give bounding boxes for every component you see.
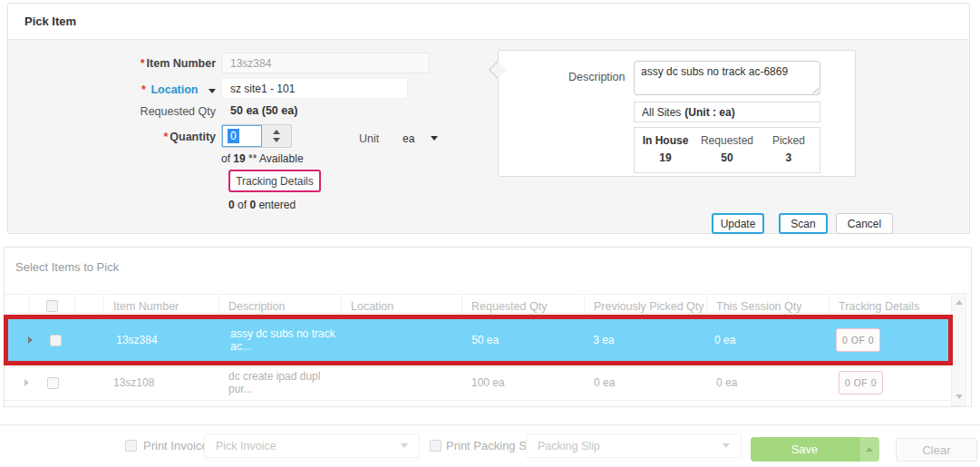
stepper-arrows[interactable] <box>262 125 291 147</box>
callout-arrow-icon <box>489 61 507 79</box>
required-asterisk: * <box>163 131 168 143</box>
stepper-down-icon[interactable] <box>273 138 280 142</box>
save-button[interactable]: Save <box>751 437 859 462</box>
scroll-down-icon[interactable] <box>956 394 963 399</box>
cell-tracking: 0 OF 0 <box>827 328 948 352</box>
chevron-down-icon[interactable] <box>723 443 730 448</box>
invoice-select-value: Pick Invoice <box>216 440 277 452</box>
chevron-down-icon[interactable] <box>431 136 438 141</box>
available-text: of 19 ** Available <box>221 152 304 165</box>
chevron-down-icon[interactable] <box>209 89 216 93</box>
requested-header: Requested <box>696 134 758 147</box>
cell-this-session-qty: 0 ea <box>707 376 830 389</box>
select-all-checkbox[interactable] <box>46 300 58 312</box>
table-scrollbar[interactable] <box>951 293 966 406</box>
item-number-field[interactable]: 13sz384 <box>221 53 430 73</box>
description-field-wrap: assy dc subs no track ac-6869 <box>634 61 820 95</box>
row-select[interactable] <box>34 335 79 346</box>
location-field[interactable]: sz site1 - 101 <box>221 78 408 99</box>
stats-header-row: In House Requested Picked <box>635 134 820 147</box>
chevron-up-icon[interactable] <box>866 447 873 452</box>
cell-this-session-qty: 0 ea <box>705 334 827 346</box>
save-options-toggle[interactable] <box>859 437 879 462</box>
print-packing-slip-label: Print Packing Slip <box>446 439 539 452</box>
row-tracking-button[interactable]: 0 OF 0 <box>839 371 883 394</box>
cell-tracking: 0 OF 0 <box>830 371 952 394</box>
stepper-up-icon[interactable] <box>273 130 280 134</box>
item-details-panel: Description assy dc subs no track ac-686… <box>498 50 856 177</box>
description-label: Description <box>568 71 626 83</box>
pick-item-card: Pick Item *Item Number 13sz384 * Locatio… <box>7 3 970 234</box>
required-asterisk: * <box>141 83 146 96</box>
cell-requested-qty: 100 ea <box>462 376 585 389</box>
all-sites-header: All Sites (Unit : ea) <box>634 102 820 122</box>
in-house-header: In House <box>635 134 696 147</box>
item-number-label: *Item Number <box>8 57 216 70</box>
row-expand[interactable] <box>8 336 34 344</box>
select-items-card: Select Items to Pick Item Number Descrip… <box>4 247 972 407</box>
cell-description: dc create ipad dupl pur... <box>219 370 342 395</box>
picked-value: 3 <box>758 151 820 164</box>
unit-label: Unit <box>359 132 379 145</box>
page-title: Pick Item <box>8 4 969 40</box>
description-textarea[interactable]: assy dc subs no track ac-6869 <box>634 61 820 95</box>
packing-slip-select[interactable]: Packing Slip <box>526 433 742 458</box>
print-invoice-checkbox[interactable] <box>125 440 137 452</box>
update-button[interactable]: Update <box>712 213 764 234</box>
picked-header: Picked <box>758 134 820 147</box>
cell-previously-picked-qty: 3 ea <box>584 334 705 346</box>
location-label[interactable]: * Location <box>8 83 216 96</box>
clear-button[interactable]: Clear <box>896 438 977 462</box>
scroll-up-icon[interactable] <box>956 300 963 305</box>
cell-requested-qty: 50 ea <box>462 334 584 346</box>
in-house-value: 19 <box>635 151 696 164</box>
row-checkbox[interactable] <box>47 377 59 389</box>
save-split-button[interactable]: Save <box>751 437 879 462</box>
available-count: 19 <box>233 152 245 165</box>
unit-select[interactable]: ea <box>403 132 414 145</box>
chevron-down-icon[interactable] <box>401 443 408 448</box>
requested-qty-value: 50 ea (50 ea) <box>230 104 297 117</box>
requested-qty-label: Requested Qty <box>8 105 216 118</box>
quantity-label: *Quantity <box>8 131 216 143</box>
quantity-selected-text: 0 <box>228 129 239 143</box>
requested-value: 50 <box>696 151 758 164</box>
tracking-details-button[interactable]: Tracking Details <box>228 170 321 192</box>
row-expand[interactable] <box>5 379 30 386</box>
cell-item-number: 13sz108 <box>104 376 219 389</box>
table-title: Select Items to Pick <box>15 260 119 274</box>
packing-slip-select-value: Packing Slip <box>538 440 600 452</box>
scan-button[interactable]: Scan <box>779 213 828 234</box>
expand-arrow-icon[interactable] <box>24 379 29 386</box>
all-sites-stats-table: In House Requested Picked 19 50 3 <box>634 127 820 173</box>
print-invoice-label: Print Invoice <box>143 439 209 452</box>
quantity-input[interactable]: 0 <box>222 125 262 147</box>
entered-status: 0 of 0 entered <box>228 199 296 211</box>
invoice-select[interactable]: Pick Invoice <box>204 433 420 458</box>
cell-description: assy dc subs no track ac... <box>221 327 343 353</box>
cell-previously-picked-qty: 0 ea <box>585 376 707 389</box>
row-checkbox[interactable] <box>50 335 62 346</box>
stats-value-row: 19 50 3 <box>635 151 820 164</box>
quantity-stepper[interactable]: 0 <box>221 124 292 148</box>
pick-item-screen: Pick Item *Item Number 13sz384 * Locatio… <box>0 0 980 467</box>
cancel-button[interactable]: Cancel <box>836 213 893 234</box>
cell-item-number: 13sz384 <box>107 334 221 346</box>
expand-arrow-icon[interactable] <box>28 336 33 344</box>
selection-highlight-outline: 13sz384 assy dc subs no track ac... 50 e… <box>4 315 953 365</box>
print-packing-slip-checkbox[interactable] <box>430 440 441 452</box>
table-row[interactable]: 13sz384 assy dc subs no track ac... 50 e… <box>8 319 948 361</box>
footer-bar: Print Invoice Pick Invoice Print Packing… <box>0 424 980 467</box>
row-select[interactable] <box>30 377 75 389</box>
required-asterisk: * <box>141 57 145 70</box>
table-row[interactable]: 13sz108 dc create ipad dupl pur... 100 e… <box>5 365 952 401</box>
row-tracking-button[interactable]: 0 OF 0 <box>836 328 880 352</box>
